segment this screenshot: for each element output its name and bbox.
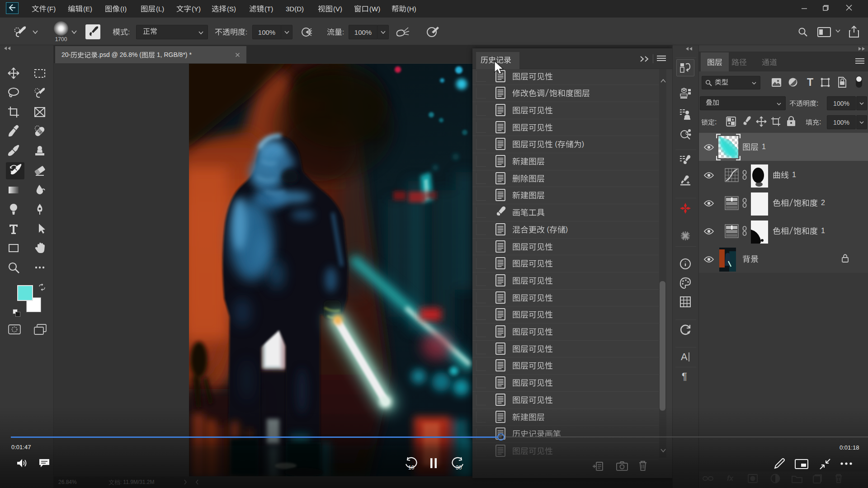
svg-text:10: 10 [408, 465, 415, 470]
svg-text:30: 30 [456, 465, 462, 470]
svg-text:A: A [681, 351, 688, 362]
svg-text:¶: ¶ [682, 371, 687, 382]
